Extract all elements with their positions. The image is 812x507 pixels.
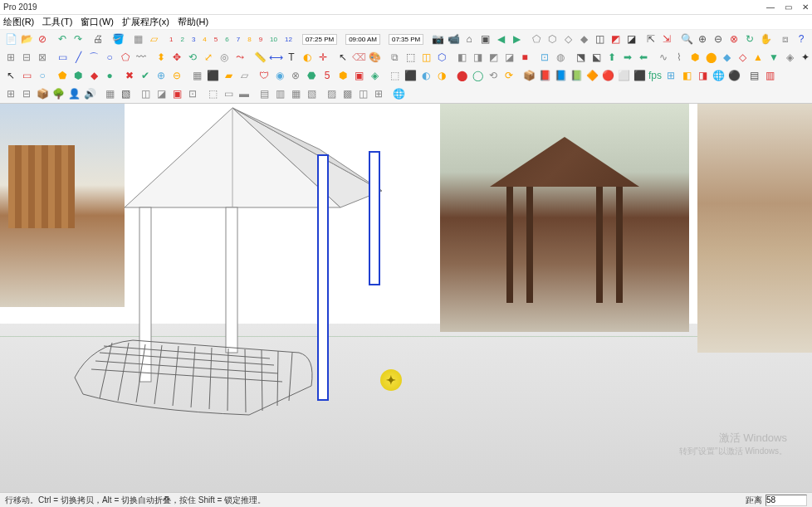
axes-icon[interactable]: ✛ [316,50,330,65]
sect-icon[interactable]: ◫ [418,50,433,65]
r3w-icon[interactable]: ◈ [367,68,382,83]
viewport-3d[interactable]: ✦ 激活 Windows 转到"设置"以激活 Windows。 [0,104,812,498]
menu-tools[interactable]: 工具(T) [42,16,72,28]
r4f-icon[interactable]: 🔊 [82,86,97,101]
fps-icon[interactable]: fps [648,68,663,83]
poly-icon[interactable]: ⬠ [118,50,133,65]
paint-icon[interactable]: 🪣 [110,32,125,46]
redo-icon[interactable]: ↷ [71,32,86,46]
new-icon[interactable]: 📄 [3,32,18,46]
group-icon[interactable]: ⬚ [403,50,418,65]
r4b-icon[interactable]: ⊟ [19,86,34,101]
r4m-icon[interactable]: ⬚ [205,86,220,101]
face3-icon[interactable]: ◩ [486,50,501,65]
r3p-icon[interactable]: 🛡 [257,68,271,83]
maximize-button[interactable]: ▭ [785,2,792,12]
line-icon[interactable]: ╱ [71,50,86,65]
time-noon[interactable]: 09:00 AM [345,34,380,45]
cam1-icon[interactable]: 📷 [430,32,445,46]
target-icon[interactable]: ⊗ [726,32,741,46]
r4n-icon[interactable]: ▭ [221,86,236,101]
r3ac-icon[interactable]: ◯ [470,68,485,83]
top-icon[interactable]: ⬆ [604,50,619,65]
poly1-icon[interactable]: ⬠ [529,32,544,46]
zoomout-icon[interactable]: ⊖ [711,32,726,46]
r3y-icon[interactable]: ⬛ [403,68,418,83]
export-icon[interactable]: ⇲ [659,32,674,46]
model-gazebo[interactable] [66,104,399,419]
window-icon[interactable]: ⧈ [778,32,793,46]
push-icon[interactable]: ⬍ [154,50,169,65]
r3e-icon[interactable]: ⬢ [71,68,86,83]
r3ah-icon[interactable]: 📘 [553,68,568,83]
cyl-icon[interactable]: ⬤ [703,50,718,65]
r3ag-icon[interactable]: 📕 [537,68,552,83]
wire-icon[interactable]: ⬡ [434,50,449,65]
layers-icon[interactable]: ▦ [130,32,145,46]
rotate-icon[interactable]: ⟲ [185,50,200,65]
r3aq-icon[interactable]: 🌐 [711,68,726,83]
side-icon[interactable]: ⬅ [636,50,651,65]
ext5-icon[interactable]: ◈ [782,50,797,65]
r4k-icon[interactable]: ▣ [169,86,184,101]
r3as-icon[interactable]: ▤ [746,68,761,83]
grid2-icon[interactable]: ⊟ [19,50,34,65]
iso-icon[interactable]: ⬕ [589,50,604,65]
r3ap-icon[interactable]: ◨ [695,68,710,83]
r3ar-icon[interactable]: ⚫ [726,68,741,83]
r3v-icon[interactable]: ▣ [351,68,366,83]
cube2-icon[interactable]: ◩ [608,32,623,46]
r3af-icon[interactable]: 📦 [521,68,536,83]
r4x-icon[interactable]: 🌐 [391,86,406,101]
box3d-icon[interactable]: ⬢ [687,50,702,65]
open-icon[interactable]: 📂 [19,32,34,46]
r3ak-icon[interactable]: 🔴 [600,68,615,83]
ext2-icon[interactable]: ◇ [735,50,750,65]
face4-icon[interactable]: ◪ [501,50,516,65]
prev-icon[interactable]: ◀ [493,32,508,46]
grid3-icon[interactable]: ⊠ [35,50,50,65]
cube1-icon[interactable]: ◫ [592,32,607,46]
menu-help[interactable]: 帮助(H) [178,16,208,28]
r3aj-icon[interactable]: 🔶 [585,68,599,83]
shade-icon[interactable]: ◍ [553,50,568,65]
offset-icon[interactable]: ◎ [217,50,232,65]
menu-draw[interactable]: 绘图(R) [3,16,34,28]
r3ao-icon[interactable]: ◧ [679,68,694,83]
r3an-icon[interactable]: ⊞ [663,68,678,83]
r3aa-icon[interactable]: ◑ [434,68,449,83]
front-icon[interactable]: ➡ [620,50,635,65]
r3x-icon[interactable]: ⬚ [387,68,402,83]
r3s-icon[interactable]: ⬣ [304,68,319,83]
measurement-input[interactable] [766,495,807,506]
r4e-icon[interactable]: 👤 [66,86,81,101]
import-icon[interactable]: ⇱ [643,32,658,46]
r3i-icon[interactable]: ✔ [138,68,153,83]
poly4-icon[interactable]: ◆ [576,32,591,46]
next-icon[interactable]: ▶ [509,32,524,46]
rect-icon[interactable]: ▭ [55,50,70,65]
r4l-icon[interactable]: ⊡ [185,86,200,101]
text-icon[interactable]: T [284,50,299,65]
r3z-icon[interactable]: ◐ [418,68,433,83]
r3r-icon[interactable]: ⊗ [288,68,303,83]
r3am-icon[interactable]: ⬛ [632,68,647,83]
dim-icon[interactable]: ⟷ [268,50,283,65]
scale-icon[interactable]: ⤢ [201,50,216,65]
r3d-icon[interactable]: ⬟ [55,68,70,83]
menu-window[interactable]: 窗口(W) [81,16,114,28]
pan-icon[interactable]: ✋ [758,32,773,46]
r3ai-icon[interactable]: 📗 [569,68,584,83]
face1-icon[interactable]: ◧ [454,50,469,65]
r4d-icon[interactable]: 🌳 [51,86,66,101]
r3ab-icon[interactable]: ⬤ [454,68,469,83]
cam2-icon[interactable]: 📹 [446,32,461,46]
undo-icon[interactable]: ↶ [55,32,70,46]
r4v-icon[interactable]: ◫ [355,86,370,101]
r4o-icon[interactable]: ▬ [237,86,252,101]
r3at-icon[interactable]: ▥ [762,68,777,83]
r3f-icon[interactable]: ◆ [86,68,101,83]
ext3-icon[interactable]: ▲ [751,50,766,65]
cam3-icon[interactable]: ▣ [477,32,492,46]
close-button[interactable]: ✕ [802,2,809,12]
